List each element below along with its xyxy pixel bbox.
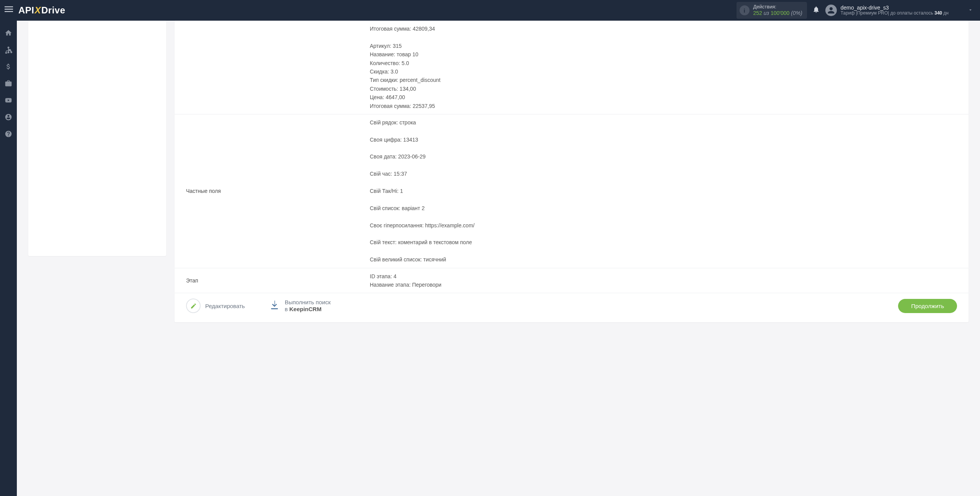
notifications-icon[interactable] [812,6,820,15]
avatar-icon [825,5,837,16]
custom-fields-value: Свій рядок: строка Своя цифра: 13413 Сво… [370,114,969,268]
user-tariff: Тариф |Премиум PRO| до оплаты осталось 3… [841,11,949,16]
svg-rect-0 [5,7,13,7]
nav-account[interactable] [0,109,17,125]
logo[interactable]: API X Drive [18,5,65,16]
user-menu[interactable]: demo_apix-drive_s3 Тариф |Премиум PRO| д… [825,5,973,16]
search-button[interactable]: Выполнить поиск в KeepinCRM [269,299,331,313]
sidebar [0,21,17,334]
continue-button[interactable]: Продолжить [898,299,957,313]
stage-row: Этап ID этапа: 4 Название этапа: Перегов… [175,268,969,294]
actions-label: Действия: [753,4,802,10]
nav-business[interactable] [0,76,17,91]
products-label [175,21,370,114]
menu-toggle[interactable] [5,5,13,16]
action-row: Редактировать Выполнить поиск в KeepinCR… [175,293,969,313]
right-panel: Итоговая сумма: 42809,34 Артикул: 315 На… [175,21,969,322]
info-icon: i [740,5,750,15]
custom-fields-row: Частные поля Свій рядок: строка Своя циф… [175,114,969,268]
nav-billing[interactable] [0,59,17,74]
nav-video[interactable] [0,93,17,108]
actions-counter[interactable]: i Действия: 252 из 100'000 (0%) [737,2,807,18]
actions-text: Действия: 252 из 100'000 (0%) [753,4,802,16]
left-panel [28,21,166,256]
download-icon [269,300,280,312]
svg-rect-1 [5,9,13,10]
logo-drive: Drive [41,5,65,16]
nav-help[interactable] [0,126,17,142]
svg-rect-2 [5,11,13,12]
nav-home[interactable] [0,25,17,41]
user-text: demo_apix-drive_s3 Тариф |Премиум PRO| д… [841,5,949,16]
nav-connections[interactable] [0,42,17,57]
pencil-icon [186,299,201,313]
chevron-down-icon [968,7,973,14]
user-name: demo_apix-drive_s3 [841,5,949,11]
search-label: Выполнить поиск в KeepinCRM [285,299,331,313]
products-row: Итоговая сумма: 42809,34 Артикул: 315 На… [175,21,969,114]
edit-button[interactable]: Редактировать [186,299,245,313]
header: API X Drive i Действия: 252 из 100'000 (… [0,0,980,21]
products-value: Итоговая сумма: 42809,34 Артикул: 315 На… [370,21,969,114]
logo-api: API [18,5,34,16]
stage-value: ID этапа: 4 Название этапа: Переговори [370,268,969,293]
custom-fields-label: Частные поля [175,114,370,268]
edit-label: Редактировать [205,303,245,309]
content: Итоговая сумма: 42809,34 Артикул: 315 На… [17,21,980,334]
stage-label: Этап [175,268,370,293]
logo-x: X [35,5,41,16]
